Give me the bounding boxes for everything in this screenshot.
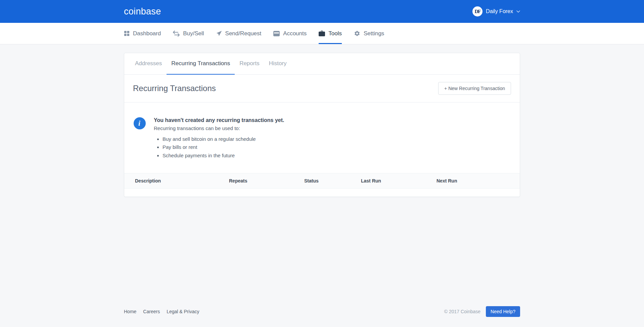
nav-item-label: Buy/Sell [183, 30, 204, 37]
recurring-transactions-card: Addresses Recurring Transactions Reports… [124, 53, 520, 197]
user-menu[interactable]: DF Daily Forex [472, 6, 520, 16]
avatar: DF [472, 6, 482, 16]
tab-addresses[interactable]: Addresses [130, 53, 167, 75]
settings-icon [354, 30, 360, 37]
bullet-item: Pay bills or rent [163, 144, 284, 151]
table-header-row: Description Repeats Status Last Run Next… [124, 173, 520, 189]
nav-item-label: Accounts [283, 30, 307, 37]
table-empty-body [124, 189, 520, 197]
footer-link-careers[interactable]: Careers [143, 309, 160, 314]
nav-item-settings[interactable]: Settings [354, 23, 384, 44]
dashboard-icon [124, 31, 130, 36]
column-header-status: Status [304, 178, 361, 183]
column-header-repeats: Repeats [229, 178, 304, 183]
page: coinbase DF Daily Forex Dashboard [0, 0, 644, 327]
empty-state: i You haven't created any recurring tran… [124, 103, 520, 160]
tools-icon [319, 31, 325, 36]
footer-link-home[interactable]: Home [124, 309, 136, 314]
nav-item-label: Tools [328, 30, 342, 37]
copyright-text: © 2017 Coinbase [444, 309, 480, 314]
chevron-down-icon [516, 10, 520, 13]
footer-link-legal-privacy[interactable]: Legal & Privacy [167, 309, 199, 314]
tab-bar: Addresses Recurring Transactions Reports… [124, 53, 520, 75]
page-title: Recurring Transactions [133, 84, 216, 93]
nav-item-send-request[interactable]: Send/Request [216, 23, 262, 44]
nav-item-label: Send/Request [225, 30, 262, 37]
coinbase-logo[interactable]: coinbase [124, 6, 161, 17]
empty-state-subheading: Recurring transactions can be used to: [154, 125, 284, 131]
main-content: Addresses Recurring Transactions Reports… [0, 44, 644, 295]
card-header: Recurring Transactions + New Recurring T… [124, 75, 520, 103]
footer: Home Careers Legal & Privacy © 2017 Coin… [0, 295, 644, 327]
accounts-icon [273, 31, 280, 36]
user-name: Daily Forex [486, 8, 513, 14]
tab-history[interactable]: History [264, 53, 291, 75]
nav-item-accounts[interactable]: Accounts [273, 23, 307, 44]
info-icon: i [134, 117, 146, 129]
nav-item-label: Dashboard [133, 30, 161, 37]
nav-item-dashboard[interactable]: Dashboard [124, 23, 161, 44]
empty-state-text: You haven't created any recurring transa… [154, 117, 284, 160]
tab-recurring-transactions[interactable]: Recurring Transactions [167, 53, 235, 75]
empty-state-bullet-list: Buy and sell bitcoin on a regular schedu… [163, 136, 284, 159]
send-request-icon [216, 31, 222, 36]
need-help-button[interactable]: Need Help? [486, 306, 520, 317]
new-recurring-transaction-button[interactable]: + New Recurring Transaction [438, 82, 511, 95]
nav-item-buy-sell[interactable]: Buy/Sell [173, 23, 204, 44]
footer-right: © 2017 Coinbase Need Help? [444, 306, 520, 317]
bullet-item: Buy and sell bitcoin on a regular schedu… [163, 136, 284, 142]
main-nav: Dashboard Buy/Sell Send/Request [0, 23, 644, 44]
tab-reports[interactable]: Reports [235, 53, 264, 75]
nav-item-label: Settings [364, 30, 384, 37]
column-header-next-run: Next Run [436, 178, 520, 183]
empty-state-heading: You haven't created any recurring transa… [154, 117, 284, 123]
top-header: coinbase DF Daily Forex [0, 0, 644, 23]
buy-sell-icon [173, 31, 180, 37]
footer-links: Home Careers Legal & Privacy [124, 309, 199, 314]
bullet-item: Schedule payments in the future [163, 152, 284, 159]
column-header-description: Description [135, 178, 229, 183]
column-header-last-run: Last Run [361, 178, 436, 183]
nav-item-tools[interactable]: Tools [319, 23, 342, 44]
